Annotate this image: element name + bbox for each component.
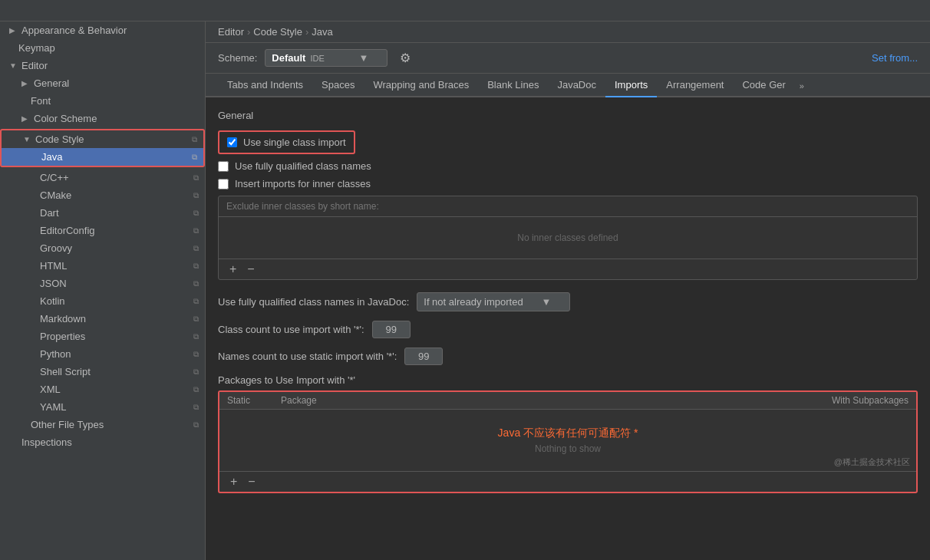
expand-arrow: ▶	[9, 26, 18, 35]
settings-content: General Use single class import Use full…	[206, 97, 930, 560]
breadcrumb-sep-1: ›	[247, 26, 250, 38]
sidebar-item-cpp[interactable]: C/C++ ⧉	[0, 169, 205, 186]
col-package-header: Package	[281, 395, 832, 406]
sidebar-item-kotlin[interactable]: Kotlin ⧉	[0, 292, 205, 310]
sidebar-item-font[interactable]: Font	[0, 92, 205, 110]
names-count-input[interactable]	[404, 348, 443, 365]
exclude-inner-classes-input[interactable]: Exclude inner classes by short name:	[219, 196, 917, 217]
insert-imports-inner-checkbox[interactable]	[218, 179, 229, 189]
expand-arrow-general: ▶	[21, 79, 31, 87]
sidebar-item-yaml[interactable]: YAML ⧉	[0, 398, 205, 416]
class-count-row: Class count to use import with '*':	[218, 321, 918, 338]
sidebar-item-shell-script[interactable]: Shell Script ⧉	[0, 363, 205, 380]
sidebar-item-html[interactable]: HTML ⧉	[0, 257, 205, 275]
tabs-bar: Tabs and Indents Spaces Wrapping and Bra…	[206, 74, 930, 97]
add-inner-class-button[interactable]: +	[226, 262, 239, 276]
sidebar-item-general[interactable]: ▶ General	[0, 74, 205, 92]
content-area: Editor › Code Style › Java Scheme: Defau…	[206, 21, 930, 560]
copy-icon-yaml: ⧉	[193, 403, 199, 412]
sidebar-item-java[interactable]: Java ⧉	[2, 148, 203, 166]
packages-empty-area: Java 不应该有任何可通配符 * Nothing to show @稀土掘金技…	[219, 410, 916, 471]
sidebar-item-other-file-types[interactable]: Other File Types ⧉	[0, 416, 205, 433]
qualified-javadoc-dropdown[interactable]: If not already imported ▼	[417, 292, 570, 311]
title-bar	[0, 0, 930, 21]
sidebar-item-json[interactable]: JSON ⧉	[0, 275, 205, 292]
use-fully-qualified-label: Use fully qualified class names	[235, 160, 371, 172]
remove-inner-class-button[interactable]: −	[244, 262, 257, 276]
expand-arrow-editor: ▼	[9, 61, 18, 70]
copy-icon-html: ⧉	[193, 262, 199, 271]
use-single-class-import-checkbox[interactable]	[227, 137, 237, 147]
tab-imports[interactable]: Imports	[605, 74, 657, 97]
gear-button[interactable]: ⚙	[395, 49, 415, 67]
sidebar-item-properties[interactable]: Properties ⧉	[0, 328, 205, 345]
packages-actions: + −	[219, 471, 916, 492]
sidebar-item-cmake[interactable]: CMake ⧉	[0, 186, 205, 204]
scheme-dropdown[interactable]: Default IDE ▼	[265, 49, 388, 67]
copy-icon-properties: ⧉	[193, 332, 199, 341]
names-count-label: Names count to use static import with '*…	[218, 351, 397, 362]
tab-more-icon[interactable]: »	[795, 76, 809, 96]
use-fully-qualified-row: Use fully qualified class names	[218, 160, 918, 172]
tab-arrangement[interactable]: Arrangement	[657, 74, 733, 97]
copy-icon-markdown: ⧉	[193, 315, 199, 324]
dropdown-arrow-icon: ▼	[358, 52, 368, 64]
breadcrumb-sep-2: ›	[305, 26, 308, 38]
expand-arrow-color-scheme: ▶	[21, 114, 31, 123]
sidebar-item-groovy[interactable]: Groovy ⧉	[0, 239, 205, 257]
copy-icon-cpp: ⧉	[193, 173, 199, 183]
names-count-row: Names count to use static import with '*…	[218, 348, 918, 365]
packages-section-label: Packages to Use Import with '*'	[218, 374, 918, 386]
sidebar: ▶ Appearance & Behavior Keymap ▼ Editor …	[0, 21, 206, 560]
scheme-label: Scheme:	[218, 52, 257, 64]
copy-icon-dart: ⧉	[193, 209, 199, 218]
copy-icon-kotlin: ⧉	[193, 297, 199, 306]
sidebar-item-appearance[interactable]: ▶ Appearance & Behavior	[0, 21, 205, 39]
packages-credit: @稀土掘金技术社区	[834, 456, 910, 468]
insert-imports-inner-row: Insert imports for inner classes	[218, 178, 918, 189]
scheme-bar: Scheme: Default IDE ▼ ⚙ Set from...	[206, 43, 930, 74]
expand-arrow-code-style: ▼	[23, 135, 32, 143]
scheme-type: IDE	[310, 54, 324, 63]
sidebar-item-color-scheme[interactable]: ▶ Color Scheme	[0, 110, 205, 127]
exclude-inner-label: Exclude inner classes by short name:	[226, 201, 379, 212]
inner-classes-actions: + −	[219, 259, 917, 279]
copy-icon-code-style: ⧉	[192, 135, 197, 144]
sidebar-item-xml[interactable]: XML ⧉	[0, 380, 205, 398]
sidebar-item-python[interactable]: Python ⧉	[0, 345, 205, 363]
set-from-link[interactable]: Set from...	[872, 52, 918, 64]
packages-box: Static Package With Subpackages Java 不应该…	[218, 390, 918, 493]
general-section-title: General	[218, 110, 918, 121]
tab-javadoc[interactable]: JavaDoc	[548, 74, 605, 97]
insert-imports-inner-label: Insert imports for inner classes	[235, 178, 371, 189]
col-static-header: Static	[227, 395, 281, 406]
copy-icon-java: ⧉	[192, 153, 197, 162]
copy-icon-shell-script: ⧉	[193, 367, 199, 377]
tab-blank-lines[interactable]: Blank Lines	[478, 74, 548, 97]
tab-code-gen[interactable]: Code Ger	[733, 74, 794, 97]
remove-package-button[interactable]: −	[245, 475, 258, 489]
inner-classes-empty: No inner classes defined	[219, 217, 917, 259]
sidebar-item-keymap[interactable]: Keymap	[0, 39, 205, 57]
sidebar-item-inspections[interactable]: Inspections	[0, 433, 205, 451]
sidebar-item-editor[interactable]: ▼ Editor	[0, 57, 205, 74]
copy-icon-editorconfig: ⧉	[193, 226, 199, 236]
tab-spaces[interactable]: Spaces	[312, 74, 364, 97]
tab-wrapping[interactable]: Wrapping and Braces	[364, 74, 478, 97]
class-count-input[interactable]	[372, 321, 411, 338]
qualified-javadoc-row: Use fully qualified class names in JavaD…	[218, 292, 918, 311]
use-fully-qualified-checkbox[interactable]	[218, 161, 229, 172]
copy-icon-python: ⧉	[193, 350, 199, 359]
copy-icon-other-file-types: ⧉	[193, 420, 199, 430]
inner-classes-box: Exclude inner classes by short name: No …	[218, 196, 918, 280]
use-single-class-import-label: Use single class import	[243, 137, 346, 148]
qualified-javadoc-option: If not already imported	[424, 296, 523, 308]
sidebar-item-dart[interactable]: Dart ⧉	[0, 204, 205, 222]
tab-tabs-and-indents[interactable]: Tabs and Indents	[218, 74, 312, 97]
breadcrumb: Editor › Code Style › Java	[206, 21, 930, 43]
sidebar-code-style-group: ▼ Code Style ⧉ Java ⧉	[0, 129, 205, 167]
add-package-button[interactable]: +	[227, 475, 240, 489]
sidebar-item-editorconfig[interactable]: EditorConfig ⧉	[0, 222, 205, 239]
sidebar-item-markdown[interactable]: Markdown ⧉	[0, 310, 205, 328]
sidebar-item-code-style[interactable]: ▼ Code Style ⧉	[2, 130, 203, 148]
